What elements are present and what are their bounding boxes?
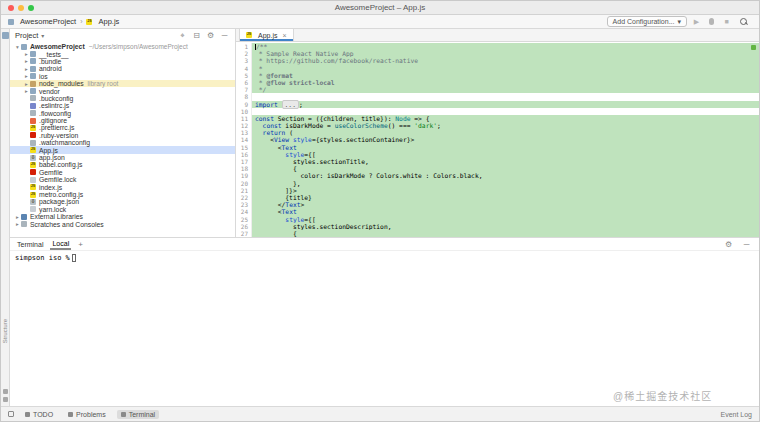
chevron-right-icon[interactable]: ▸ [23, 73, 30, 79]
inspection-indicator[interactable] [751, 45, 756, 50]
code-line[interactable]: 6 * @flow strict-local [236, 79, 759, 86]
close-button[interactable] [8, 5, 14, 11]
locate-file-icon[interactable]: ⌖ [177, 31, 188, 41]
breadcrumb-project[interactable]: AwesomeProject [8, 17, 76, 26]
code-line[interactable]: 20 }, [236, 180, 759, 187]
line-number: 21 [236, 187, 252, 194]
status-item-problems[interactable]: Problems [64, 410, 110, 419]
tree-row[interactable]: ▸External Libraries [10, 213, 235, 220]
tree-row[interactable]: ▸ios [10, 73, 235, 80]
debug-icon[interactable] [709, 18, 714, 25]
minimize-icon[interactable]: ─ [741, 240, 752, 249]
stop-icon[interactable]: ■ [721, 18, 732, 25]
tree-row[interactable]: Gemfile [10, 169, 235, 176]
terminal-tab-local[interactable]: Local [50, 238, 71, 250]
tree-row[interactable]: yarn.lock [10, 206, 235, 213]
add-configuration-button[interactable]: Add Configuration... ▾ [607, 16, 687, 27]
chevron-right-icon[interactable]: ▸ [23, 66, 30, 72]
code-line[interactable]: 7 */ [236, 86, 759, 93]
code-token: Text [282, 144, 297, 151]
code-line[interactable]: 25 style={[ [236, 216, 759, 223]
editor-body[interactable]: 1/**2 * Sample React Native App3 * https… [236, 42, 759, 237]
code-line[interactable]: 19 color: isDarkMode ? Colors.white : Co… [236, 172, 759, 179]
folded-code-icon[interactable]: ... [282, 100, 299, 109]
code-line[interactable]: 3 * https://github.com/facebook/react-na… [236, 57, 759, 64]
status-item-todo[interactable]: TODO [21, 410, 57, 419]
tree-row[interactable]: JSbabel.config.js [10, 161, 235, 168]
chevron-down-icon[interactable]: ▾ [14, 44, 21, 50]
chevron-right-icon[interactable]: ▸ [23, 58, 30, 64]
tree-row[interactable]: .buckconfig [10, 95, 235, 102]
terminal-output[interactable]: simpson iso % [10, 251, 759, 406]
tree-row[interactable]: .watchmanconfig [10, 139, 235, 146]
code-line[interactable]: 8 [236, 93, 759, 100]
collapse-all-icon[interactable]: ⊟ [191, 31, 202, 40]
project-tool-button[interactable] [2, 32, 9, 39]
chevron-right-icon[interactable]: ▸ [23, 81, 30, 87]
code-line[interactable]: 16 style={[ [236, 151, 759, 158]
code-line[interactable]: 15 <Text [236, 144, 759, 151]
tree-row[interactable]: .gitignore [10, 117, 235, 124]
tree-row[interactable]: {}app.json [10, 154, 235, 161]
tree-row[interactable]: .ruby-version [10, 132, 235, 139]
js-icon: JS [30, 162, 36, 168]
tool-windows-icon[interactable] [8, 411, 14, 417]
gear-icon[interactable]: ⚙ [723, 240, 734, 249]
code-line[interactable]: 2 * Sample React Native App [236, 50, 759, 57]
code-line[interactable]: 1/** [236, 43, 759, 50]
tree-row[interactable]: Gemfile.lock [10, 176, 235, 183]
tree-row[interactable]: ▸__tests__ [10, 50, 235, 57]
code-line[interactable]: 27 { [236, 230, 759, 237]
minimize-button[interactable] [18, 5, 24, 11]
chevron-down-icon[interactable]: ▾ [41, 32, 44, 39]
status-item-terminal[interactable]: Terminal [117, 410, 159, 419]
chevron-right-icon[interactable]: ▸ [14, 214, 21, 220]
tree-row[interactable]: JSmetro.config.js [10, 191, 235, 198]
layout-icon[interactable] [3, 389, 8, 394]
tree-row[interactable]: ▸node_moduleslibrary root [10, 80, 235, 87]
event-log-button[interactable]: Event Log [720, 411, 752, 418]
code-line[interactable]: 5 * @format [236, 72, 759, 79]
code-line[interactable]: 18 { [236, 165, 759, 172]
code-line[interactable]: 22 {title} [236, 194, 759, 201]
code-line[interactable]: 12 const isDarkMode = useColorScheme() =… [236, 122, 759, 129]
tree-row[interactable]: ▾AwesomeProject~/Users/simpson/AwesomePr… [10, 43, 235, 50]
code-line[interactable]: 13 return ( [236, 129, 759, 136]
code-line[interactable]: 26 styles.sectionDescription, [236, 223, 759, 230]
new-terminal-tab-button[interactable]: + [78, 240, 83, 249]
js-icon: JS [30, 184, 36, 190]
code-line[interactable]: 23 </Text> [236, 201, 759, 208]
tree-row[interactable]: ▸.bundle [10, 58, 235, 65]
code-line[interactable]: 14 <View style={styles.sectionContainer}… [236, 136, 759, 143]
chevron-right-icon[interactable]: ▸ [23, 88, 30, 94]
code-line[interactable]: 4 * [236, 65, 759, 72]
commit-icon[interactable] [3, 397, 8, 402]
code-line[interactable]: 17 styles.sectionTitle, [236, 158, 759, 165]
tree-row[interactable]: JSApp.js [10, 146, 235, 153]
code-line[interactable]: 21 ]}> [236, 187, 759, 194]
tree-row[interactable]: .eslintrc.js [10, 102, 235, 109]
zoom-button[interactable] [28, 5, 34, 11]
chevron-right-icon[interactable]: ▸ [14, 221, 21, 227]
tree-row[interactable]: JSindex.js [10, 183, 235, 190]
structure-tool-button[interactable]: Structure [2, 319, 8, 343]
tree-row[interactable]: ▸vendor [10, 87, 235, 94]
code-line[interactable]: 24 <Text [236, 208, 759, 215]
run-icon[interactable]: ▶ [691, 18, 702, 26]
search-icon[interactable] [740, 18, 748, 26]
tab-app-js[interactable]: JS App.js × [239, 28, 294, 41]
settings-icon[interactable]: ⚙ [205, 31, 216, 40]
breadcrumb-file[interactable]: JS App.js [86, 17, 119, 26]
close-icon[interactable]: × [282, 32, 286, 39]
tree-row[interactable]: ▸android [10, 65, 235, 72]
code-line[interactable]: 11const Section = ({children, title}): N… [236, 115, 759, 122]
hide-panel-icon[interactable]: ─ [219, 31, 230, 40]
chevron-right-icon[interactable]: ▸ [23, 51, 30, 57]
code-line[interactable]: 10 [236, 108, 759, 115]
tree-row[interactable]: JS.prettierrc.js [10, 124, 235, 131]
tree-row[interactable]: .flowconfig [10, 110, 235, 117]
status-item-label: TODO [33, 411, 53, 418]
tree-row[interactable]: ▸Scratches and Consoles [10, 220, 235, 227]
code-line[interactable]: 9import ...; [236, 101, 759, 108]
tree-row[interactable]: {}package.json [10, 198, 235, 205]
